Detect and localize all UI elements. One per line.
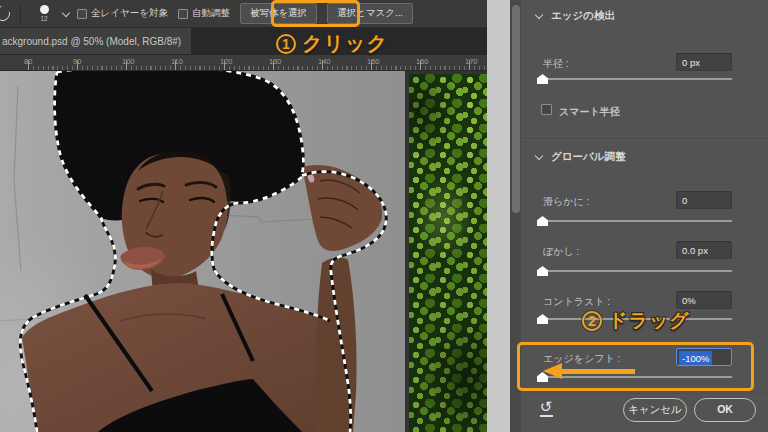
slider-thumb[interactable] bbox=[537, 216, 548, 226]
section-divider bbox=[521, 138, 768, 140]
smooth-field[interactable]: 0 bbox=[676, 191, 732, 209]
cancel-button[interactable]: キャンセル bbox=[623, 398, 687, 422]
reset-icon: ↺ bbox=[537, 399, 555, 414]
photo-canvas[interactable] bbox=[0, 71, 405, 432]
panel-scrollbar-thumb[interactable] bbox=[512, 5, 520, 213]
options-bar: 12 全レイヤーを対象 自動調整 被写体を選択 選択とマスク... bbox=[0, 0, 487, 28]
footer-divider bbox=[521, 393, 768, 395]
auto-enhance-label: 自動調整 bbox=[192, 7, 230, 20]
ruler-number: 160 bbox=[416, 57, 429, 66]
radius-field[interactable]: 0 px bbox=[676, 53, 732, 71]
step1-annotation: 1 クリック bbox=[276, 30, 388, 57]
document-tab-bar: ackground.psd @ 50% (Model, RGB/8#) bbox=[0, 28, 487, 55]
ruler-number: 130 bbox=[269, 57, 282, 66]
slider-thumb[interactable] bbox=[537, 266, 548, 276]
document-tab[interactable]: ackground.psd @ 50% (Model, RGB/8#) bbox=[0, 28, 191, 54]
global-refinements-header[interactable]: グローバル調整 bbox=[536, 150, 625, 164]
ruler-number: 100 bbox=[122, 57, 135, 66]
ruler-number: 110 bbox=[171, 57, 183, 66]
horizontal-ruler: 8090100110120130140150160170 bbox=[0, 55, 487, 71]
smooth-label: 滑らかに : bbox=[543, 195, 589, 209]
edge-detection-header[interactable]: エッジの検出 bbox=[536, 9, 615, 23]
chevron-down-icon[interactable] bbox=[62, 8, 70, 16]
ruler-number: 170 bbox=[465, 57, 478, 66]
foliage-photo bbox=[409, 74, 487, 432]
smart-radius-checkbox[interactable] bbox=[541, 104, 552, 115]
step1-number-badge: 1 bbox=[276, 34, 296, 54]
desktop-strip bbox=[487, 0, 510, 432]
sample-all-layers-checkbox[interactable] bbox=[77, 9, 87, 19]
smooth-slider[interactable] bbox=[537, 216, 732, 226]
radius-label: 半径 : bbox=[543, 57, 569, 71]
ruler-number: 80 bbox=[24, 57, 32, 66]
drag-direction-arrow bbox=[543, 363, 635, 380]
ok-button[interactable]: OK bbox=[694, 398, 756, 422]
ruler-number: 140 bbox=[318, 57, 331, 66]
photoshop-window: 12 全レイヤーを対象 自動調整 被写体を選択 選択とマスク... ackgro… bbox=[0, 0, 768, 432]
model-photo-with-selection bbox=[0, 71, 405, 432]
step1-label: クリック bbox=[302, 30, 388, 57]
toolbar-separator bbox=[20, 4, 21, 24]
feather-field[interactable]: 0.0 px bbox=[676, 241, 732, 259]
step2-number-badge: 2 bbox=[582, 311, 602, 331]
brush-dot-icon bbox=[40, 5, 49, 14]
slider-thumb[interactable] bbox=[537, 74, 548, 84]
ruler-number: 150 bbox=[367, 57, 380, 66]
contrast-field[interactable]: 0% bbox=[676, 291, 732, 309]
step2-annotation: 2 ドラッグ bbox=[582, 308, 690, 334]
ruler-number: 120 bbox=[220, 57, 233, 66]
brush-size-preview[interactable]: 12 bbox=[33, 5, 55, 22]
chevron-down-icon bbox=[535, 10, 543, 18]
auto-enhance-checkbox[interactable] bbox=[178, 9, 188, 19]
quick-selection-tool-icon[interactable] bbox=[0, 4, 13, 24]
contrast-label: コントラスト : bbox=[543, 295, 610, 309]
reset-button[interactable]: ↺ bbox=[537, 399, 555, 419]
arrow-shaft bbox=[560, 369, 635, 374]
chevron-down-icon bbox=[535, 151, 543, 159]
step2-label: ドラッグ bbox=[608, 308, 690, 334]
smart-radius-label: スマート半径 bbox=[559, 105, 620, 119]
feather-slider[interactable] bbox=[537, 266, 732, 276]
ruler-number: 90 bbox=[73, 57, 81, 66]
feather-label: ぼかし : bbox=[543, 245, 579, 259]
radius-slider[interactable] bbox=[537, 74, 732, 84]
step1-highlight-box bbox=[271, 0, 360, 27]
slider-thumb[interactable] bbox=[537, 314, 548, 324]
sample-all-layers-label: 全レイヤーを対象 bbox=[91, 7, 168, 20]
brush-size-value: 12 bbox=[40, 15, 47, 22]
